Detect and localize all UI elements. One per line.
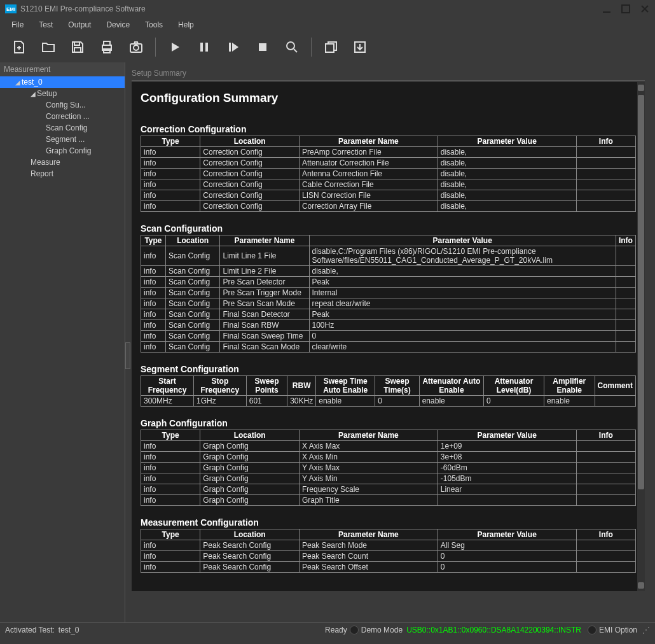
table-cell	[576, 495, 635, 506]
play-button[interactable]	[161, 34, 189, 60]
table-cell: Y Axis Min	[299, 473, 438, 484]
menu-test[interactable]: Test	[32, 19, 59, 31]
menu-tools[interactable]: Tools	[139, 19, 169, 31]
scrollbar[interactable]	[637, 82, 645, 591]
table-cell	[576, 452, 635, 463]
table-header: Parameter Value	[309, 235, 616, 246]
new-file-button[interactable]	[5, 34, 33, 60]
tree-item-test[interactable]: ◢test_0	[0, 76, 125, 88]
print-button[interactable]	[93, 34, 121, 60]
menu-output[interactable]: Output	[62, 19, 97, 31]
table-cell: Peak Search Count	[299, 551, 438, 562]
table-header: Parameter Name	[220, 235, 309, 246]
table-cell: 30KHz	[287, 396, 316, 407]
menu-file[interactable]: File	[5, 19, 30, 31]
table-row: infoScan ConfigPre Scan Scan Moderepeat …	[141, 298, 636, 309]
pause-button[interactable]	[190, 34, 218, 60]
table-row: infoPeak Search ConfigPeak Search Count0	[141, 551, 636, 562]
table-row: 300MHz1GHz60130KHzenable0enable0enable	[141, 396, 636, 407]
maximize-button[interactable]	[621, 4, 631, 14]
table-cell: 0	[438, 551, 576, 562]
stop-button[interactable]	[249, 34, 277, 60]
table-cell: info	[141, 288, 166, 298]
table-cell: Final Scan Scan Mode	[220, 342, 309, 353]
table-header: Info	[576, 430, 635, 441]
tree-item-graph-config[interactable]: Graph Config	[0, 145, 125, 157]
menu-help[interactable]: Help	[172, 19, 200, 31]
table-cell: disable,	[438, 147, 576, 158]
download-button[interactable]	[346, 34, 374, 60]
table-cell: Final Scan Sweep Time	[220, 331, 309, 342]
camera-button[interactable]	[122, 34, 150, 60]
table-cell: info	[141, 179, 200, 190]
table-cell: Peak	[309, 309, 616, 320]
step-button[interactable]	[219, 34, 247, 60]
table-cell: info	[141, 484, 200, 495]
minimize-button[interactable]	[602, 4, 612, 14]
tree-item-config-summary[interactable]: Config Su...	[0, 99, 125, 111]
resize-grip-icon[interactable]: ⋰	[642, 626, 650, 634]
menu-device[interactable]: Device	[100, 19, 136, 31]
tree: ◢test_0 ◢Setup Config Su... Correction .…	[0, 76, 125, 179]
scroll-up-arrow[interactable]	[638, 85, 644, 91]
table-cell: Pre Scan Scan Mode	[220, 298, 309, 309]
table-cell	[616, 320, 635, 331]
tree-item-correction[interactable]: Correction ...	[0, 111, 125, 122]
section-scan-title: Scan Configuration	[141, 223, 636, 234]
status-demo: Demo Mode	[361, 626, 403, 634]
app-icon: EMI	[5, 4, 17, 13]
table-cell: Graph Config	[200, 495, 300, 506]
table-cell: Graph Config	[200, 441, 300, 452]
table-cell: info	[141, 441, 200, 452]
table-cell: Correction Config	[200, 158, 300, 169]
tree-item-measure[interactable]: Measure	[0, 157, 125, 168]
table-header: Attenuator Level(dB)	[484, 376, 544, 396]
table-header: Start Frequency	[141, 376, 194, 396]
table-header: Info	[616, 235, 635, 246]
table-row: infoGraph ConfigY Axis Max-60dBm	[141, 463, 636, 473]
tree-item-segment[interactable]: Segment ...	[0, 134, 125, 145]
table-cell: Peak Search Config	[200, 551, 300, 562]
search-button[interactable]	[278, 34, 306, 60]
table-cell: Pre Scan Detector	[220, 277, 309, 288]
table-row: infoScan ConfigPre Scan DetectorPeak	[141, 277, 636, 288]
tree-item-report[interactable]: Report	[0, 168, 125, 179]
table-cell: LISN Correction File	[299, 190, 438, 201]
table-cell: clear/write	[309, 342, 616, 353]
table-header: Location	[200, 529, 300, 540]
table-cell: -60dBm	[438, 463, 576, 473]
table-cell: info	[141, 562, 200, 573]
summary-panel[interactable]: Configuration Summary Correction Configu…	[132, 82, 645, 591]
table-cell: 100Hz	[309, 320, 616, 331]
window-button[interactable]	[317, 34, 345, 60]
table-cell	[616, 331, 635, 342]
table-cell: Limit Line 2 File	[220, 266, 309, 277]
close-button[interactable]	[640, 4, 650, 14]
scan-table: TypeLocationParameter NameParameter Valu…	[141, 235, 636, 353]
table-cell: Graph Config	[200, 484, 300, 495]
open-folder-button[interactable]	[34, 34, 62, 60]
svg-rect-1	[622, 5, 630, 13]
statusbar: Activated Test: test_0 Ready Demo Mode U…	[0, 622, 655, 637]
splitter-handle[interactable]	[125, 342, 130, 369]
tree-item-setup[interactable]: ◢Setup	[0, 88, 125, 99]
table-cell: disable,	[438, 179, 576, 190]
scroll-down-arrow[interactable]	[638, 582, 644, 589]
status-ready: Ready	[325, 626, 347, 634]
table-cell: Peak Search Config	[200, 562, 300, 573]
table-row: infoPeak Search ConfigPeak Search ModeAl…	[141, 540, 636, 551]
table-cell: Correction Config	[200, 169, 300, 179]
table-header: Stop Frequency	[194, 376, 247, 396]
svg-point-8	[134, 45, 139, 50]
table-row: infoScan ConfigFinal Scan Sweep Time0	[141, 331, 636, 342]
scroll-thumb[interactable]	[638, 95, 644, 489]
section-segment-title: Segment Configuration	[141, 364, 636, 374]
table-row: infoGraph ConfigX Axis Min3e+08	[141, 452, 636, 463]
svg-rect-3	[74, 48, 81, 52]
svg-rect-10	[205, 43, 208, 52]
save-button[interactable]	[64, 34, 92, 60]
table-row: infoScan ConfigLimit Line 2 Filedisable,	[141, 266, 636, 277]
toolbar-separator	[311, 38, 312, 57]
table-cell: Scan Config	[165, 246, 220, 266]
tree-item-scan-config[interactable]: Scan Config	[0, 122, 125, 134]
